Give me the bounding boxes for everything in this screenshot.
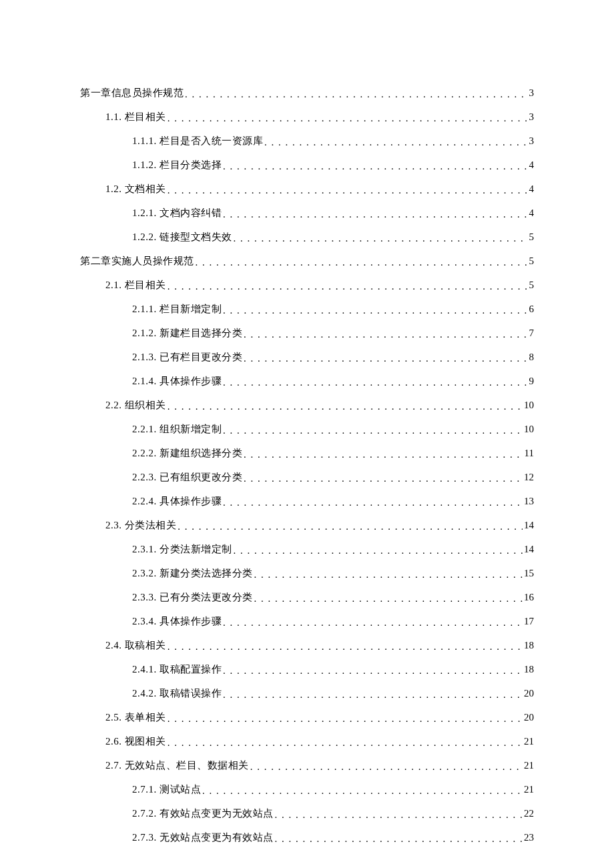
toc-leader-dots <box>166 401 523 412</box>
toc-entry[interactable]: 2.5. 表单相关20 <box>105 711 534 724</box>
toc-entry[interactable]: 2.7.2. 有效站点变更为无效站点22 <box>132 807 534 820</box>
toc-entry-page: 20 <box>523 688 534 699</box>
toc-entry-page: 3 <box>528 111 535 123</box>
toc-entry[interactable]: 1.1. 栏目相关3 <box>105 111 534 123</box>
toc-entry[interactable]: 1.1.1. 栏目是否入统一资源库3 <box>132 135 534 147</box>
toc-entry-number: 2.4.1. <box>132 664 157 675</box>
toc-leader-dots <box>222 305 528 316</box>
toc-entry-number: 2.1. <box>105 280 122 290</box>
toc-entry[interactable]: 2.4. 取稿相关18 <box>105 639 534 652</box>
toc-entry-page: 4 <box>528 183 535 195</box>
toc-leader-dots <box>242 353 528 364</box>
toc-entry[interactable]: 2.4.1. 取稿配置操作18 <box>132 663 534 676</box>
toc-entry[interactable]: 2.6. 视图相关21 <box>105 735 534 748</box>
toc-entry-page: 14 <box>523 520 534 531</box>
toc-entry-text: 分类法新增定制 <box>160 544 232 554</box>
toc-entry-text: 第一章信息员操作规范 <box>80 87 184 98</box>
toc-entry[interactable]: 2.3.3. 已有分类法更改分类16 <box>132 591 534 604</box>
toc-entry-page: 3 <box>528 87 535 99</box>
toc-entry[interactable]: 2.7.1. 测试站点21 <box>132 783 534 796</box>
toc-entry[interactable]: 2.1.4. 具体操作步骤9 <box>132 375 534 388</box>
toc-entry-text: 第二章实施人员操作规范 <box>80 256 194 266</box>
toc-entry[interactable]: 2.3. 分类法相关14 <box>105 519 534 532</box>
toc-entry[interactable]: 1.2. 文档相关4 <box>105 183 534 195</box>
toc-entry-page: 5 <box>528 280 535 291</box>
toc-entry-page: 11 <box>523 448 534 459</box>
toc-entry-text: 栏目相关 <box>125 280 166 290</box>
toc-entry-number: 1.1. <box>105 111 122 122</box>
toc-entry-title: 2.7.2. 有效站点变更为无效站点 <box>132 807 274 820</box>
toc-entry-number: 2.1.4. <box>132 376 157 386</box>
toc-leader-dots <box>166 185 528 196</box>
toc-entry[interactable]: 2.1.1. 栏目新增定制6 <box>132 303 534 316</box>
toc-entry-number: 1.1.2. <box>132 159 157 170</box>
toc-entry[interactable]: 2.2. 组织相关10 <box>105 399 534 412</box>
toc-entry[interactable]: 2.1.2. 新建栏目选择分类7 <box>132 327 534 340</box>
toc-entry[interactable]: 2.2.1. 组织新增定制10 <box>132 423 534 436</box>
toc-leader-dots <box>222 665 523 677</box>
toc-entry[interactable]: 2.7. 无效站点、栏目、数据相关21 <box>105 759 534 772</box>
toc-entry[interactable]: 1.1.2. 栏目分类选择4 <box>132 159 534 171</box>
toc-entry-title: 1.2. 文档相关 <box>105 183 166 195</box>
toc-entry[interactable]: 2.3.2. 新建分类法选择分类15 <box>132 567 534 580</box>
toc-entry-text: 组织新增定制 <box>160 424 222 434</box>
toc-leader-dots <box>176 521 523 532</box>
toc-entry[interactable]: 1.2.1. 文档内容纠错4 <box>132 207 534 220</box>
toc-entry-number: 2.1.2. <box>132 328 157 338</box>
toc-entry-title: 第二章实施人员操作规范 <box>80 255 194 268</box>
toc-entry-text: 链接型文档失效 <box>160 232 232 242</box>
toc-leader-dots <box>166 737 523 749</box>
toc-entry-page: 5 <box>528 256 535 267</box>
toc-entry-page: 23 <box>523 832 534 843</box>
toc-entry-title: 2.5. 表单相关 <box>105 711 166 724</box>
toc-entry-title: 2.2.3. 已有组织更改分类 <box>132 471 242 484</box>
toc-entry[interactable]: 2.2.2. 新建组织选择分类11 <box>132 447 534 460</box>
toc-leader-dots <box>222 161 528 172</box>
toc-entry[interactable]: 第一章信息员操作规范3 <box>80 87 534 99</box>
toc-entry[interactable]: 2.3.4. 具体操作步骤17 <box>132 615 534 628</box>
toc-entry-page: 12 <box>523 472 534 483</box>
toc-entry-title: 2.1.4. 具体操作步骤 <box>132 375 222 388</box>
toc-entry[interactable]: 1.2.2. 链接型文档失效5 <box>132 231 534 244</box>
toc-entry[interactable]: 2.4.2. 取稿错误操作20 <box>132 687 534 700</box>
toc-entry-title: 2.3.4. 具体操作步骤 <box>132 615 222 628</box>
toc-entry-title: 2.3.1. 分类法新增定制 <box>132 543 232 556</box>
toc-entry-number: 2.7. <box>105 760 122 771</box>
toc-entry-page: 9 <box>528 376 535 387</box>
toc-entry-title: 1.1.1. 栏目是否入统一资源库 <box>132 135 263 147</box>
toc-entry[interactable]: 2.7.3. 无效站点变更为有效站点23 <box>132 831 534 844</box>
toc-leader-dots <box>166 713 523 725</box>
toc-leader-dots <box>222 617 523 628</box>
toc-entry-title: 2.1.3. 已有栏目更改分类 <box>132 351 242 364</box>
toc-leader-dots <box>232 545 523 556</box>
toc-entry-title: 2.2.1. 组织新增定制 <box>132 423 222 436</box>
toc-entry-page: 18 <box>523 664 534 675</box>
toc-entry[interactable]: 2.2.3. 已有组织更改分类12 <box>132 471 534 484</box>
toc-entry-text: 分类法相关 <box>125 520 177 530</box>
toc-leader-dots <box>242 329 528 340</box>
toc-leader-dots <box>222 425 523 436</box>
toc-entry-title: 2.1.1. 栏目新增定制 <box>132 303 222 316</box>
toc-entry[interactable]: 第二章实施人员操作规范5 <box>80 255 534 268</box>
toc-entry-number: 2.4. <box>105 640 122 650</box>
toc-entry-number: 2.3. <box>105 520 122 530</box>
toc-leader-dots <box>263 137 528 148</box>
toc-entry-number: 1.2.1. <box>132 207 157 218</box>
toc-entry-page: 20 <box>523 712 534 723</box>
toc-entry-number: 2.7.2. <box>132 808 157 819</box>
toc-entry-page: 17 <box>523 616 534 627</box>
toc-entry[interactable]: 2.3.1. 分类法新增定制14 <box>132 543 534 556</box>
toc-entry-text: 表单相关 <box>125 712 166 723</box>
toc-entry-title: 2.1.2. 新建栏目选择分类 <box>132 327 242 340</box>
toc-entry-text: 栏目相关 <box>125 111 166 122</box>
toc-entry-number: 2.6. <box>105 736 122 747</box>
toc-entry-title: 第一章信息员操作规范 <box>80 87 184 99</box>
toc-entry-text: 新建分类法选择分类 <box>160 568 253 578</box>
toc-entry[interactable]: 2.1.3. 已有栏目更改分类8 <box>132 351 534 364</box>
toc-entry[interactable]: 2.1. 栏目相关5 <box>105 279 534 292</box>
toc-entry[interactable]: 2.2.4. 具体操作步骤13 <box>132 495 534 508</box>
toc-leader-dots <box>242 473 523 484</box>
toc-leader-dots <box>201 785 523 797</box>
toc-entry-number: 2.3.1. <box>132 544 157 554</box>
toc-entry-number: 2.1.3. <box>132 352 157 362</box>
